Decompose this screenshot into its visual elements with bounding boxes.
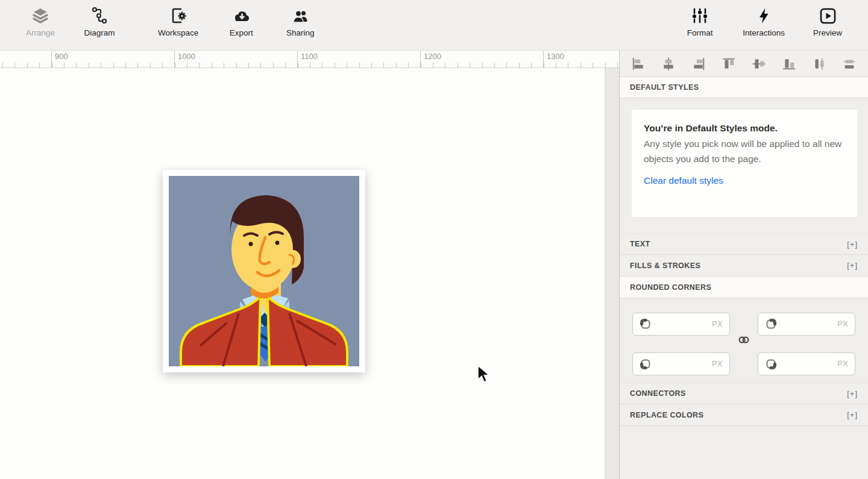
workspace-area: 900 1000 1100 1200 1300 [0, 51, 868, 479]
default-styles-title: DEFAULT STYLES [630, 83, 699, 92]
corner-radius-input-bottom-left[interactable] [652, 359, 712, 368]
ruler-label: 1100 [301, 52, 318, 61]
toolbar-left-group: Arrange Diagram [0, 0, 341, 37]
distribute-horizontally-icon[interactable] [811, 56, 827, 72]
sharing-people-icon [291, 6, 310, 25]
format-panel: DEFAULT STYLES You’re in Default Styles … [619, 51, 868, 479]
corner-radius-input-bottom-right[interactable] [777, 359, 837, 368]
fills-strokes-title: FILLS & STROKES [630, 261, 700, 270]
corner-radius-field-top-right[interactable]: PX [758, 313, 855, 336]
connectors-expand-toggle[interactable]: [+] [847, 389, 858, 398]
preview-label: Preview [813, 28, 842, 37]
section-replace-colors[interactable]: REPLACE COLORS [+] [620, 404, 868, 426]
export-label: Export [230, 28, 253, 37]
diagram-label: Diagram [84, 28, 115, 37]
panel-empty-area [620, 426, 868, 479]
workspace-label: Workspace [158, 28, 198, 37]
interactions-button[interactable]: Interactions [743, 6, 785, 37]
avatar-image-object[interactable] [163, 170, 365, 372]
px-unit-label: PX [837, 320, 848, 328]
align-middle-vertical-icon[interactable] [751, 56, 767, 72]
format-sliders-icon [691, 6, 709, 25]
alignment-toolbar [620, 51, 868, 77]
default-styles-content: You’re in Default Styles mode. Any style… [620, 98, 868, 233]
corner-radius-input-top-left[interactable] [652, 320, 712, 329]
ruler-major-tick: 1200 [420, 51, 421, 67]
workspace-button[interactable]: Workspace [158, 6, 198, 37]
corner-radius-field-bottom-left[interactable]: PX [632, 352, 730, 375]
px-unit-label: PX [837, 360, 848, 368]
corner-radius-field-bottom-right[interactable]: PX [758, 352, 855, 375]
section-fills-strokes[interactable]: FILLS & STROKES [+] [620, 255, 868, 277]
align-bottom-icon[interactable] [781, 56, 797, 72]
link-corners-icon[interactable] [738, 336, 750, 346]
corner-bottom-left-icon [640, 358, 652, 370]
ruler-major-tick: 900 [51, 51, 52, 67]
arrange-layers-icon [31, 6, 49, 25]
interactions-label: Interactions [743, 28, 785, 37]
default-styles-notice-card: You’re in Default Styles mode. Any style… [632, 110, 857, 217]
arrange-button[interactable]: Arrange [24, 6, 57, 37]
corner-top-right-icon [765, 318, 777, 330]
workspace-gear-icon [169, 6, 188, 25]
canvas-column: 900 1000 1100 1200 1300 [0, 51, 619, 479]
export-cloud-download-icon [231, 6, 251, 25]
corner-radius-input-top-right[interactable] [777, 320, 837, 329]
avatar-illustration [169, 176, 359, 366]
replace-colors-title: REPLACE COLORS [630, 411, 703, 419]
preview-play-icon [819, 6, 837, 25]
arrange-label: Arrange [26, 28, 55, 37]
top-toolbar: Arrange Diagram [0, 0, 868, 51]
align-right-icon[interactable] [691, 56, 706, 72]
align-left-icon[interactable] [631, 56, 646, 72]
format-label: Format [687, 28, 713, 37]
section-default-styles[interactable]: DEFAULT STYLES [620, 77, 868, 98]
section-rounded-corners[interactable]: ROUNDED CORNERS [620, 277, 868, 298]
section-text[interactable]: TEXT [+] [620, 233, 868, 255]
notice-title: You’re in Default Styles mode. [644, 121, 845, 136]
canvas-scroll-gutter[interactable] [605, 68, 619, 479]
replace-colors-expand-toggle[interactable]: [+] [847, 410, 858, 419]
horizontal-ruler: 900 1000 1100 1200 1300 [0, 51, 619, 68]
rounded-corners-content: PX PX PX PX [620, 298, 868, 383]
notice-body: Any style you pick now will be applied t… [644, 136, 845, 167]
ruler-major-tick: 1300 [543, 51, 544, 67]
corner-top-left-icon [640, 318, 652, 330]
toolbar-right-group: Format Interactions Preview [659, 0, 868, 37]
interactions-lightning-icon [755, 6, 773, 25]
align-center-horizontal-icon[interactable] [661, 56, 676, 72]
ruler-label: 1200 [424, 52, 441, 61]
mouse-cursor [476, 365, 489, 386]
ruler-label: 900 [55, 52, 68, 61]
sharing-button[interactable]: Sharing [284, 6, 316, 37]
corner-bottom-right-icon [765, 358, 777, 370]
canvas-body [0, 68, 619, 479]
clear-default-styles-link[interactable]: Clear default styles [644, 175, 723, 186]
ruler-major-tick: 1000 [174, 51, 175, 67]
diagram-button[interactable]: Diagram [83, 6, 116, 37]
ruler-label: 1000 [178, 52, 195, 61]
text-expand-toggle[interactable]: [+] [847, 240, 858, 249]
rounded-corners-title: ROUNDED CORNERS [630, 283, 711, 292]
fills-strokes-expand-toggle[interactable]: [+] [847, 261, 858, 270]
preview-button[interactable]: Preview [811, 6, 844, 37]
px-unit-label: PX [712, 360, 723, 368]
align-top-icon[interactable] [721, 56, 737, 72]
diagram-nodes-icon [90, 6, 108, 25]
px-unit-label: PX [712, 320, 723, 328]
connectors-title: CONNECTORS [630, 389, 686, 398]
corner-radius-field-top-left[interactable]: PX [632, 313, 730, 336]
export-button[interactable]: Export [225, 6, 257, 37]
format-button[interactable]: Format [684, 6, 716, 37]
section-connectors[interactable]: CONNECTORS [+] [620, 383, 868, 404]
sharing-label: Sharing [286, 28, 315, 37]
ruler-major-tick: 1100 [297, 51, 298, 67]
distribute-vertically-icon[interactable] [841, 56, 857, 72]
ruler-label: 1300 [547, 52, 564, 61]
text-section-title: TEXT [630, 240, 650, 248]
canvas-page[interactable] [0, 68, 605, 479]
